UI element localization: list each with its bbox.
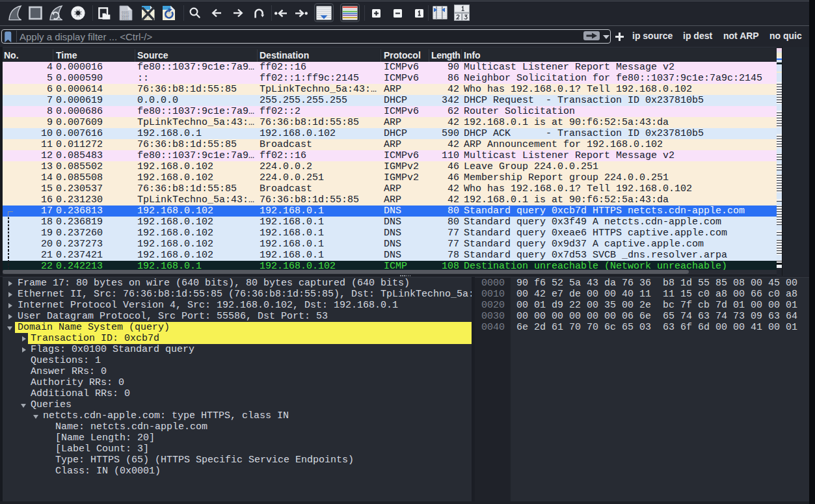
svg-text:0111: 0111 (122, 17, 129, 20)
